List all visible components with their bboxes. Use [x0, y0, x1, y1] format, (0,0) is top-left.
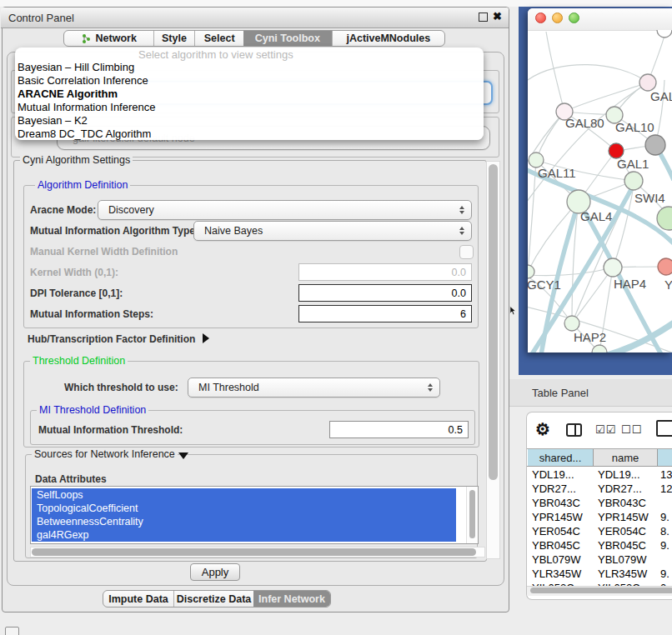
algorithm-definition-title: Algorithm Definition [35, 179, 130, 191]
kernel-width-input[interactable]: 0.0 [298, 263, 472, 281]
control-panel-titlebar[interactable] [1, 8, 509, 28]
network-window-titlebar[interactable] [528, 8, 672, 31]
settings-scrollbar-thumb[interactable] [489, 164, 498, 480]
close-traffic-light[interactable] [535, 12, 546, 23]
tab-style[interactable]: Style [153, 31, 195, 46]
tab-infer-network[interactable]: Infer Network [253, 591, 330, 607]
combo-arrows-icon [459, 227, 464, 235]
table-row[interactable]: YER054CYER054C8. [527, 524, 672, 538]
table-row[interactable]: YBR043CYBR043C [527, 496, 672, 510]
table-row[interactable]: YBL079WYBL079W [527, 552, 672, 567]
table-row[interactable]: YDL19...YDL19...13 [527, 468, 672, 482]
column-header[interactable]: name [594, 449, 658, 466]
network-node[interactable] [657, 30, 672, 38]
table-row[interactable]: YLR345WYLR345W9. [527, 567, 672, 581]
node-label: GAL11 [538, 166, 576, 180]
node-label: SWI4 [634, 191, 665, 205]
which-threshold-combo[interactable]: MI Threshold [188, 378, 440, 398]
node-label: GAL10 [615, 120, 654, 134]
dpi-tolerance-input[interactable]: 0.0 [298, 284, 472, 302]
network-node[interactable] [645, 135, 665, 155]
tab-impute-data[interactable]: Impute Data [103, 591, 173, 607]
apply-button[interactable]: Apply [190, 563, 240, 581]
table-panel-title: Table Panel [532, 387, 589, 399]
network-node[interactable] [604, 258, 622, 277]
network-node[interactable] [624, 172, 643, 190]
menu-item-selected[interactable]: ARACNE Algorithm [15, 88, 484, 101]
window-title: Control Panel [8, 12, 74, 24]
mi-steps-label: Mutual Information Steps: [30, 308, 153, 321]
tab-jactivemnodules[interactable]: jActiveMNodules [332, 31, 444, 46]
node-label: GAL80 [565, 116, 604, 130]
list-item[interactable]: SelfLoops [32, 488, 456, 502]
control-panel-bottom-tabs: Impute Data Discretize Data Infer Networ… [103, 590, 331, 608]
network-node[interactable] [564, 316, 579, 331]
tab-network[interactable]: Network [64, 31, 153, 46]
network-node[interactable] [639, 74, 656, 91]
mi-algorithm-type-combo[interactable]: Naive Bayes [193, 221, 472, 241]
node-label: GAL4 [580, 209, 612, 223]
data-attributes-list[interactable]: SelfLoops TopologicalCoefficient Between… [30, 486, 479, 544]
network-tab-icon [81, 33, 92, 44]
mi-threshold-group-title: MI Threshold Definition [37, 404, 148, 416]
menu-item[interactable]: Bayesian – Hill Climbing [15, 61, 484, 74]
table-gear-icon[interactable]: ⚙ [535, 420, 550, 438]
control-panel-tabs: Network Style Select Cyni Toolbox jActiv… [63, 30, 445, 47]
network-node[interactable] [658, 258, 672, 275]
mi-threshold-input[interactable]: 0.5 [329, 421, 469, 438]
mi-steps-input[interactable]: 6 [298, 305, 472, 322]
kernel-width-label: Kernel Width (0,1): [30, 266, 118, 279]
threshold-definition-title: Threshold Definition [30, 355, 128, 367]
aracne-mode-combo[interactable]: Discovery [98, 200, 472, 220]
combo-arrows-icon [428, 383, 433, 392]
unselect-all-checks-icon[interactable]: ☐☐ [621, 423, 642, 436]
float-window-icon[interactable] [479, 12, 488, 22]
dpi-tolerance-label: DPI Tolerance [0,1]: [30, 287, 123, 300]
list-item[interactable]: TopologicalCoefficient [32, 502, 456, 515]
select-all-checks-icon[interactable]: ☑☑ [595, 423, 616, 436]
mi-threshold-label: Mutual Information Threshold: [38, 423, 183, 437]
network-node[interactable] [657, 207, 672, 230]
tab-cyni-toolbox[interactable]: Cyni Toolbox [243, 31, 332, 46]
close-icon[interactable]: ✖ [493, 10, 502, 22]
which-threshold-label: Which threshold to use: [64, 381, 178, 394]
hub-definition-label[interactable]: Hub/Transcription Factor Definition [28, 332, 195, 346]
table-rows: YDL19...YDL19...13 YDR27...YDR27...12 YB… [527, 467, 672, 586]
desktop-top-strip [0, 0, 672, 7]
table-hscrollbar-thumb[interactable] [530, 588, 672, 593]
algorithm-select-popup: Select algorithm to view settings Bayesi… [15, 48, 484, 140]
network-window[interactable]: GAL GAL80 GAL10 GAL1 GAL11 SWI4 GAL4 GCY… [528, 8, 672, 352]
table-row[interactable]: YBR045CYBR045C9. [527, 538, 672, 552]
zoom-traffic-light[interactable] [569, 12, 579, 23]
menu-item[interactable]: Basic Correlation Inference [15, 74, 484, 88]
column-header[interactable] [658, 449, 672, 466]
menu-item[interactable]: Mutual Information Inference [15, 101, 484, 114]
table-header: shared... name [527, 448, 672, 467]
minimize-traffic-light[interactable] [552, 12, 563, 23]
mouse-cursor [509, 306, 519, 316]
table-row[interactable]: YPR145WYPR145W9. [527, 510, 672, 524]
table-columns-icon[interactable] [566, 423, 582, 437]
menu-item[interactable]: Bayesian – K2 [15, 114, 484, 128]
manual-kernel-width-checkbox[interactable] [459, 245, 474, 259]
sources-group-title: Sources for Network Inference [32, 448, 178, 460]
list-item[interactable]: BetweennessCentrality [32, 515, 456, 528]
column-header[interactable]: shared... [528, 449, 594, 466]
combo-arrows-icon [459, 206, 464, 214]
network-node[interactable] [528, 265, 534, 278]
hub-expand-icon[interactable] [203, 333, 209, 343]
list-hscrollbar-thumb[interactable] [32, 548, 476, 556]
data-attributes-label: Data Attributes [35, 472, 107, 486]
table-panel: ⚙ ☑☑ ☐☐ shared... name YDL19...YDL19...1… [526, 412, 672, 600]
list-scrollbar-thumb[interactable] [469, 490, 475, 538]
table-function-icon[interactable] [656, 420, 672, 437]
network-canvas[interactable]: GAL GAL80 GAL10 GAL1 GAL11 SWI4 GAL4 GCY… [528, 30, 672, 352]
tab-discretize-data[interactable]: Discretize Data [173, 591, 253, 607]
list-item[interactable]: gal4RGexp [32, 528, 456, 542]
sources-collapse-icon[interactable] [178, 452, 188, 459]
collapsed-panel-icon[interactable] [5, 627, 19, 635]
tab-select[interactable]: Select [194, 31, 243, 46]
aracne-mode-label: Aracne Mode: [30, 203, 96, 217]
table-row[interactable]: YDR27...YDR27...12 [527, 482, 672, 496]
menu-item[interactable]: Dream8 DC_TDC Algorithm [15, 128, 484, 141]
